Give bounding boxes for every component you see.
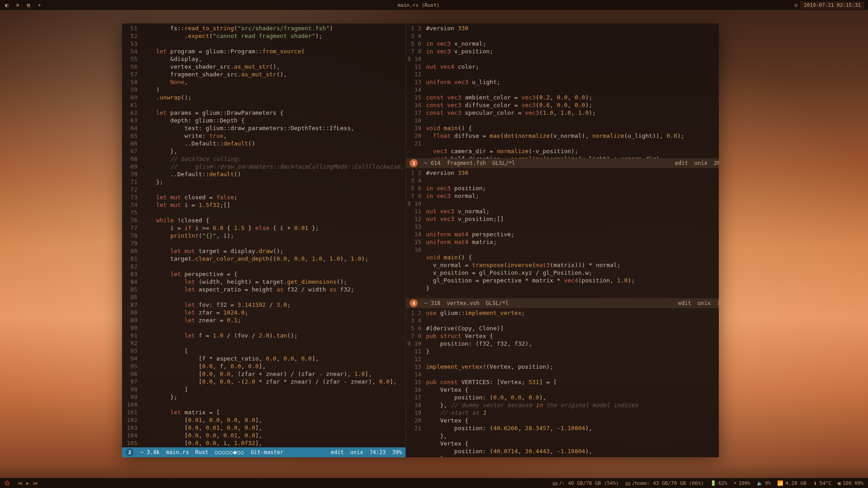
buffer-fragment[interactable]: 1 2 3 4 5 6 7 8 9 10 11 12 13 14 15 16 1… xyxy=(406,23,719,158)
file-name: vertex.vsh xyxy=(447,300,479,306)
desktop: ◧ ≡ ▤ + main.rs (Rust) ◷ 2019-07-21 02:1… xyxy=(0,0,868,488)
top-bar: ◧ ≡ ▤ + main.rs (Rust) ◷ 2019-07-21 02:1… xyxy=(0,0,868,10)
buffer-teapot[interactable]: 1 2 3 4 5 6 7 8 9 10 11 12 13 14 15 16 1… xyxy=(406,308,719,457)
app-menu-icon[interactable]: ◧ xyxy=(4,2,10,8)
file-lang: GLSL/*l xyxy=(486,300,509,306)
cursor-pos: 74:23 xyxy=(369,449,386,455)
mode: edit xyxy=(678,300,691,306)
thermo-icon: 🌡 xyxy=(813,480,818,486)
mode: edit xyxy=(331,449,344,455)
cursor-pos: 7:20 xyxy=(717,300,719,306)
file-name: fragment.fsh xyxy=(447,160,486,166)
volume: 🔈9% xyxy=(757,480,771,486)
buffer-badge: 4 xyxy=(410,299,418,307)
statusline-fragment: 3 ~ 614 fragment.fsh GLSL/*l edit unix 2… xyxy=(406,158,719,168)
battery-icon: 🔋 xyxy=(710,480,717,486)
cpu: ▣100.00% xyxy=(838,480,863,486)
chip-icon: ▣ xyxy=(838,480,841,486)
speaker-icon: 🔈 xyxy=(757,480,763,486)
tab-indicator: ○○○○○●○○ xyxy=(215,449,245,455)
encoding: unix xyxy=(698,300,711,306)
buffer-main[interactable]: 51 52 53 54 55 56 57 58 59 60 61 62 63 6… xyxy=(122,23,406,447)
disk-icon: 🖴 xyxy=(625,480,630,486)
file-lang: GLSL/*l xyxy=(492,160,515,166)
buffer-badge: 2 xyxy=(126,448,134,456)
buffer-vertex[interactable]: 1 2 3 4 5 6 7 8 9 10 11 12 13 14 15 16 #… xyxy=(406,168,719,298)
brightness: ☀100% xyxy=(734,480,750,486)
clock-icon: ◷ xyxy=(795,2,798,8)
disk-root: 🖴/: 40 GB/78 GB (54%) xyxy=(552,480,619,486)
prev-icon[interactable]: ⏮ xyxy=(18,480,23,486)
network: 📶4.20 GB xyxy=(777,480,806,486)
window-title: main.rs (Rust) xyxy=(42,2,795,8)
sun-icon: ☀ xyxy=(734,480,737,486)
add-icon[interactable]: + xyxy=(36,2,42,8)
file-size: ~ 3.8k xyxy=(140,449,160,455)
bottom-bar: ⏻ ⏮ ▶ ⏭ 🖴/: 40 GB/78 GB (54%) 🖴/home: 43… xyxy=(0,478,868,488)
cursor-pos: 20:89 xyxy=(714,160,719,166)
buffer-badge: 3 xyxy=(410,159,418,167)
disk-home: 🖴/home: 43 GB/70 GB (66%) xyxy=(625,480,704,486)
statusline-vertex: 4 ~ 318 vertex.vsh GLSL/*l edit unix 7:2… xyxy=(406,298,719,308)
git-branch: Git-master xyxy=(251,449,283,455)
disk-icon: 🖴 xyxy=(552,480,557,486)
statusline-main: 2 ~ 3.8k main.rs Rust ○○○○○●○○ Git-maste… xyxy=(122,447,406,457)
wifi-icon: 📶 xyxy=(777,480,783,486)
file-lang: Rust xyxy=(195,449,208,455)
next-icon[interactable]: ⏭ xyxy=(33,480,38,486)
file-size: ~ 614 xyxy=(424,160,440,166)
encoding: unix xyxy=(694,160,708,166)
layout-icon[interactable]: ▤ xyxy=(25,2,32,8)
hamburger-icon[interactable]: ≡ xyxy=(14,2,21,8)
play-icon[interactable]: ▶ xyxy=(26,480,29,486)
battery: 🔋62% xyxy=(710,480,727,486)
scroll-pct: 39% xyxy=(392,449,402,455)
encoding: unix xyxy=(350,449,363,455)
power-icon[interactable]: ⏻ xyxy=(5,480,9,486)
mode: edit xyxy=(675,160,688,166)
editor-window: 51 52 53 54 55 56 57 58 59 60 61 62 63 6… xyxy=(122,23,719,457)
file-name: main.rs xyxy=(166,449,189,455)
clock: 2019-07-21 02:15:31 xyxy=(800,1,864,9)
temperature: 🌡54°C xyxy=(813,480,832,486)
file-size: ~ 318 xyxy=(424,300,440,306)
media-controls[interactable]: ⏮ ▶ ⏭ xyxy=(18,480,38,486)
